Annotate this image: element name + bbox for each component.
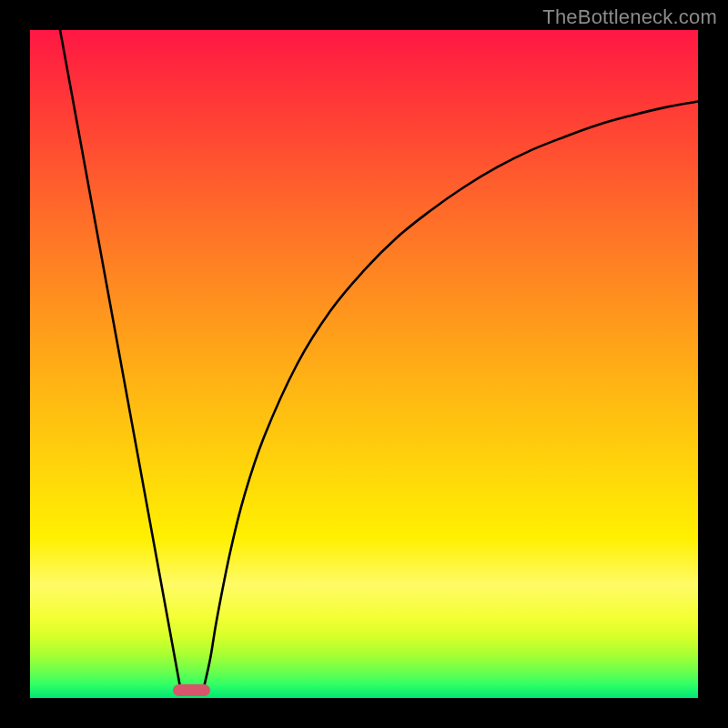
- bottom-pill-marker: [173, 684, 210, 696]
- curve-path: [60, 30, 698, 688]
- bottleneck-curve: [30, 30, 698, 698]
- watermark-text: TheBottleneck.com: [542, 5, 717, 29]
- chart-frame: TheBottleneck.com: [0, 0, 728, 728]
- plot-area: [30, 30, 698, 698]
